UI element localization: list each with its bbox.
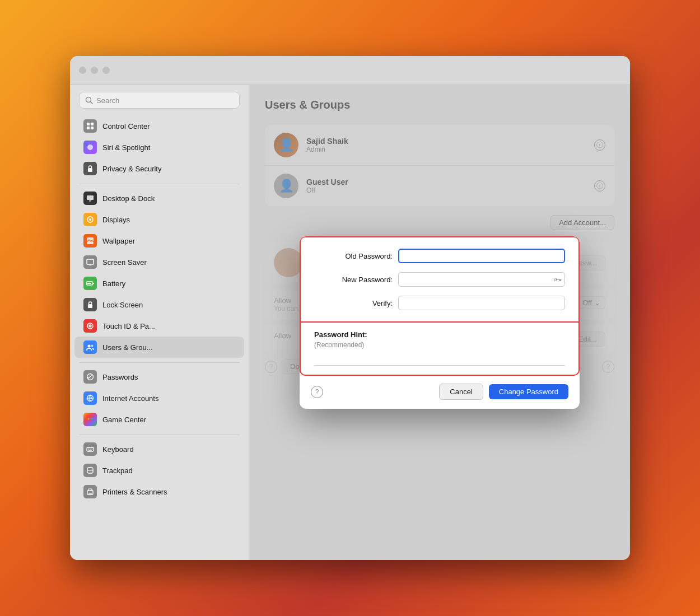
sidebar-item-lockscreen[interactable]: Lock Screen [74,294,244,315]
sidebar-item-label-control-center: Control Center [102,122,150,130]
svg-rect-36 [87,491,93,494]
modal-actions: ? Cancel Change Password [300,376,580,409]
svg-rect-3 [91,123,94,125]
sidebar-item-label-wallpaper: Wallpaper [102,237,135,245]
svg-line-1 [91,102,93,104]
sidebar-item-label-keyboard: Keyboard [102,445,134,454]
sidebar-item-battery[interactable]: Battery [74,273,244,294]
svg-rect-31 [90,449,91,450]
verify-input[interactable] [398,296,565,310]
sidebar-item-control-center[interactable]: Control Center [74,115,244,137]
svg-rect-2 [87,123,90,125]
titlebar [70,56,630,85]
svg-rect-5 [91,127,94,129]
svg-point-22 [91,345,94,347]
passwords-icon [83,370,97,384]
sidebar-item-label-touchid: Touch ID & Pa... [102,322,155,330]
gamecenter-icon [83,413,97,426]
change-password-modal: Old Password: New Password: 🗝 [300,236,580,409]
sidebar-item-siri[interactable]: Siri & Spotlight [74,137,244,158]
sidebar-item-label-internet: Internet Accounts [102,394,158,403]
sidebar-item-label-lockscreen: Lock Screen [102,301,143,309]
verify-row: Verify: [314,296,565,310]
modal-help-button[interactable]: ? [311,386,323,398]
sidebar-item-label-privacy: Privacy & Security [102,165,161,173]
old-password-label: Old Password: [314,252,393,260]
svg-rect-7 [88,168,92,172]
sidebar-item-privacy[interactable]: Privacy & Security [74,158,244,179]
verify-label: Verify: [314,299,393,307]
hint-input[interactable] [314,352,565,366]
sidebar-item-label-battery: Battery [102,279,125,288]
new-password-input[interactable] [398,272,565,287]
sidebar-item-internet[interactable]: Internet Accounts [74,388,244,409]
svg-point-11 [89,218,91,221]
change-password-button[interactable]: Change Password [489,384,568,399]
svg-point-25 [87,416,94,423]
maximize-button[interactable] [102,67,110,74]
svg-rect-18 [88,304,92,308]
main-window: Search Control Center Siri & Spotlight [70,56,630,560]
new-password-label: New Password: [314,276,393,284]
sidebar-item-wallpaper[interactable]: Wallpaper [74,230,244,251]
modal-top-section: Old Password: New Password: 🗝 [300,236,580,323]
control-center-icon [83,119,97,133]
modal-overlay: Old Password: New Password: 🗝 [249,85,630,560]
svg-rect-13 [87,259,94,264]
divider-3 [79,435,240,435]
cancel-button[interactable]: Cancel [439,384,483,400]
close-button[interactable] [79,67,86,74]
sidebar-item-screensaver[interactable]: Screen Saver [74,251,244,273]
divider-1 [79,184,240,184]
window-body: Search Control Center Siri & Spotlight [70,85,630,560]
old-password-input[interactable] [398,249,565,263]
sidebar-group-2: Desktop & Dock Displays Wallpaper [70,188,249,358]
sidebar-item-label-passwords: Passwords [102,373,138,381]
lockscreen-icon [83,298,97,311]
sidebar-item-printers[interactable]: Printers & Scanners [74,481,244,502]
sidebar-item-displays[interactable]: Displays [74,209,244,230]
sidebar-item-desktop[interactable]: Desktop & Dock [74,188,244,209]
sidebar: Search Control Center Siri & Spotlight [70,85,249,560]
sidebar-item-keyboard[interactable]: Keyboard [74,438,244,460]
wallpaper-icon [83,234,97,248]
sidebar-item-label-printers: Printers & Scanners [102,488,167,496]
svg-point-28 [90,420,91,422]
main-content: Users & Groups 👤 Sajid Shaik Admin ⓘ 👤 [249,85,630,560]
printers-icon [83,485,97,498]
svg-point-26 [88,418,90,420]
sidebar-item-label-desktop: Desktop & Dock [102,194,155,203]
search-box[interactable]: Search [79,92,240,109]
keyboard-icon [83,442,97,456]
sidebar-item-gamecenter[interactable]: Game Center [74,409,244,430]
sidebar-item-trackpad[interactable]: Trackpad [74,460,244,481]
sidebar-item-touchid[interactable]: Touch ID & Pa... [74,315,244,337]
svg-rect-37 [88,493,92,494]
svg-rect-32 [92,449,93,450]
minimize-button[interactable] [91,67,98,74]
svg-point-21 [88,345,91,348]
sidebar-item-label-trackpad: Trackpad [102,466,133,475]
search-icon [85,96,93,104]
key-icon[interactable]: 🗝 [554,275,562,284]
new-password-wrapper: 🗝 [398,272,565,287]
sidebar-item-users[interactable]: Users & Grou... [74,337,244,358]
svg-rect-4 [87,127,90,129]
internet-icon [83,391,97,405]
privacy-icon [83,162,97,175]
svg-rect-8 [87,195,94,200]
sidebar-item-label-users: Users & Grou... [102,343,153,352]
search-container: Search [70,92,249,115]
sidebar-group-3: Passwords Internet Accounts Game Center [70,366,249,430]
svg-rect-14 [89,265,91,265]
sidebar-item-label-screensaver: Screen Saver [102,258,147,267]
modal-bottom-section: Password Hint: (Recommended) [300,323,580,376]
sidebar-group-1: Control Center Siri & Spotlight Privacy … [70,115,249,179]
divider-2 [79,362,240,363]
touchid-icon [83,319,97,333]
screensaver-icon [83,255,97,269]
sidebar-group-4: Keyboard Trackpad Printers & Scanners [70,438,249,502]
sidebar-item-passwords[interactable]: Passwords [74,366,244,388]
sidebar-item-label-siri: Siri & Spotlight [102,143,150,152]
users-icon [83,340,97,354]
